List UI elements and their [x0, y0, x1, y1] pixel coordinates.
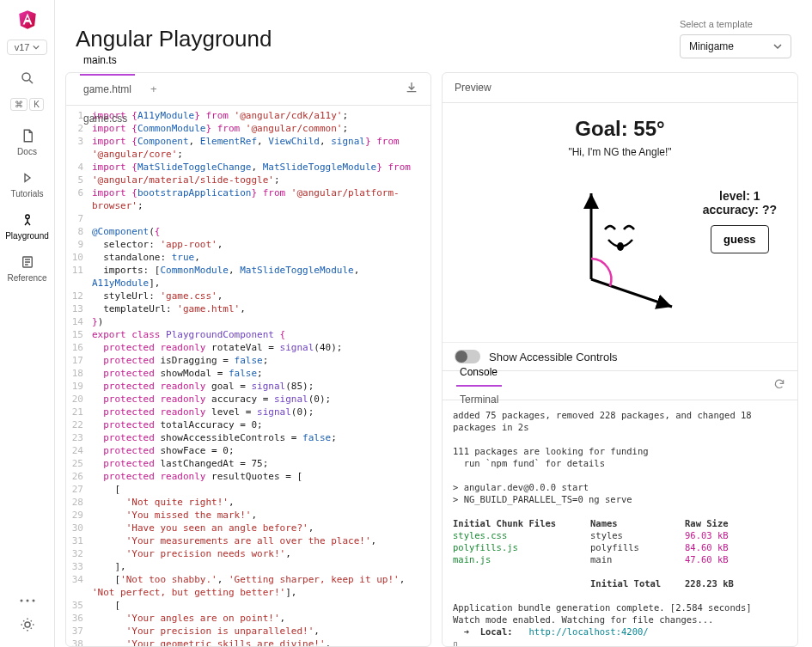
search-icon[interactable]	[20, 70, 35, 86]
nav-docs[interactable]: Docs	[5, 121, 49, 163]
more-icon[interactable]	[20, 592, 35, 605]
tab-main-ts[interactable]: main.ts	[73, 46, 142, 75]
nav-tutorials[interactable]: Tutorials	[5, 163, 49, 205]
kbd-shortcut: ⌘ K	[10, 98, 44, 111]
svg-point-9	[617, 242, 624, 251]
code-editor[interactable]: 1import {A11yModule} from '@angular/cdk/…	[66, 106, 430, 646]
refresh-icon[interactable]	[768, 373, 791, 398]
chevron-down-icon	[773, 42, 782, 51]
preview-header: Preview	[443, 73, 797, 103]
console-tab-terminal[interactable]: Terminal	[449, 386, 509, 413]
editor-panel: main.tsgame.htmlgame.css + 1import {A11y…	[65, 72, 431, 647]
template-select[interactable]: Minigame	[680, 34, 791, 58]
svg-point-0	[22, 73, 30, 81]
chevron-down-icon	[33, 44, 40, 51]
theme-icon[interactable]	[20, 617, 35, 635]
level-text: level: 1	[703, 189, 777, 203]
add-tab-button[interactable]: +	[142, 74, 166, 104]
console-output[interactable]: added 75 packages, removed 228 packages,…	[443, 400, 797, 646]
console-tab-console[interactable]: Console	[449, 358, 509, 386]
goal-text: Goal: 55°	[575, 117, 664, 141]
file-tabs: main.tsgame.htmlgame.css +	[66, 73, 430, 106]
tab-game-html[interactable]: game.html	[73, 75, 142, 104]
template-label: Select a template	[680, 19, 791, 29]
version-pill[interactable]: v17	[7, 40, 48, 55]
sidebar: v17 ⌘ K DocsTutorialsPlaygroundReference	[0, 0, 55, 647]
nav-playground[interactable]: Playground	[5, 205, 49, 247]
guess-button[interactable]: guess	[711, 225, 769, 253]
console-tabs: ConsoleTerminal	[443, 371, 797, 400]
preview-canvas: Goal: 55° "Hi, I'm NG the Angle!"	[443, 103, 797, 342]
tab-game-css[interactable]: game.css	[73, 104, 142, 133]
angular-logo	[16, 9, 39, 31]
accuracy-text: accuracy: ??	[703, 203, 777, 217]
download-icon[interactable]	[400, 76, 424, 102]
svg-point-3	[20, 600, 22, 602]
angle-graphic[interactable]	[543, 178, 698, 315]
svg-point-6	[25, 622, 30, 627]
svg-point-5	[32, 600, 34, 602]
quote-text: "Hi, I'm NG the Angle!"	[568, 146, 671, 158]
nav-reference[interactable]: Reference	[5, 247, 49, 290]
svg-line-8	[591, 279, 672, 307]
svg-point-1	[25, 215, 29, 219]
svg-point-4	[26, 600, 28, 602]
